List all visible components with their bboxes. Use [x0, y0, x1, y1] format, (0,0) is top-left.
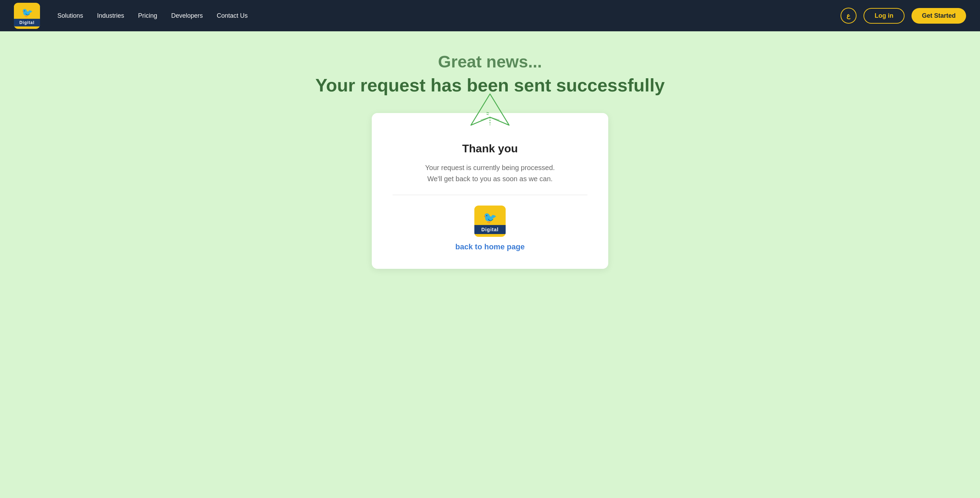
navbar-actions: ع Log in Get Started	[840, 8, 966, 24]
success-card: Thank you Your request is currently bein…	[372, 113, 608, 269]
thank-you-body: Your request is currently being processe…	[425, 162, 555, 184]
svg-line-5	[487, 114, 488, 115]
nav-item-solutions[interactable]: Solutions	[57, 12, 83, 19]
login-button[interactable]: Log in	[864, 8, 905, 24]
card-logo[interactable]: 🐦 Digital	[474, 205, 506, 237]
card-logo-bird-icon: 🐦	[483, 211, 497, 224]
logo-bottom-label: Digital	[14, 19, 40, 26]
navbar: 🐦 Digital Solutions Industries Pricing D…	[0, 0, 980, 31]
back-to-home-link[interactable]: back to home page	[455, 242, 524, 251]
main-content: Great news... Your request has been sent…	[0, 31, 980, 498]
logo[interactable]: 🐦 Digital	[14, 3, 40, 29]
nav-item-developers[interactable]: Developers	[171, 12, 203, 19]
logo-top: 🐦	[14, 5, 40, 19]
language-toggle-button[interactable]: ع	[840, 8, 856, 24]
paper-plane-icon	[468, 92, 512, 132]
nav-item-contact-us[interactable]: Contact Us	[216, 12, 248, 19]
nav-item-industries[interactable]: Industries	[97, 12, 124, 19]
thank-you-title: Thank you	[462, 142, 518, 155]
card-divider	[393, 195, 587, 195]
headline-1: Great news...	[438, 52, 542, 71]
logo-bird-icon: 🐦	[22, 7, 33, 18]
nav-links: Solutions Industries Pricing Developers …	[57, 12, 840, 19]
nav-item-pricing[interactable]: Pricing	[138, 12, 157, 19]
get-started-button[interactable]: Get Started	[912, 8, 966, 24]
body-line-1: Your request is currently being processe…	[425, 164, 555, 172]
card-logo-top: 🐦	[474, 208, 506, 225]
body-line-2: We'll get back to you as soon as we can.	[427, 175, 553, 183]
card-logo-bottom-label: Digital	[474, 225, 506, 234]
svg-line-4	[487, 112, 489, 113]
logo-box: 🐦 Digital	[14, 3, 40, 29]
